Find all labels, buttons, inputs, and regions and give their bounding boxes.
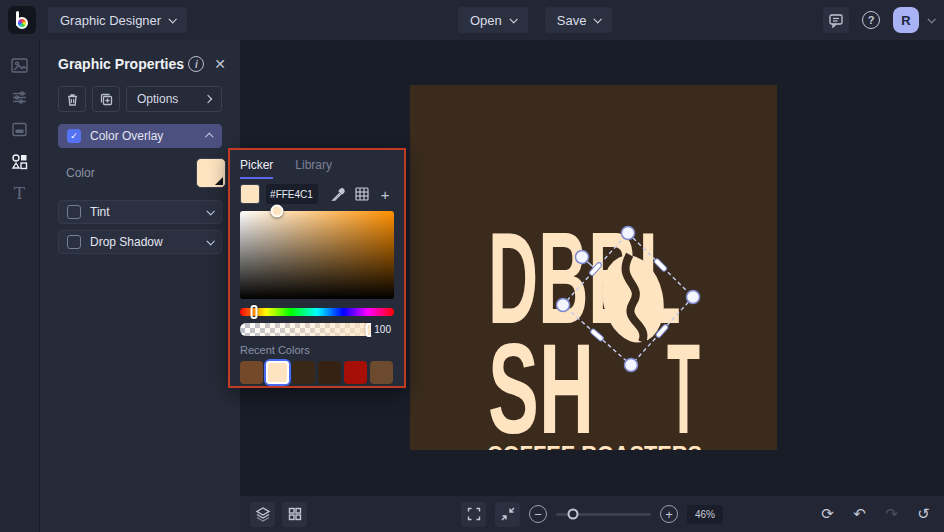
tint-row[interactable]: Tint (58, 200, 222, 224)
chevron-down-icon (169, 15, 177, 23)
sidebar-item-templates[interactable] (5, 116, 35, 142)
recent-colors-label: Recent Colors (240, 344, 394, 356)
canvas-text-line2-left[interactable]: SH (488, 317, 594, 450)
open-button[interactable]: Open (458, 7, 528, 33)
history-button[interactable]: ↺ (911, 502, 936, 527)
close-panel-button[interactable]: ✕ (214, 56, 226, 72)
app-menu-label: Graphic Designer (60, 13, 161, 28)
tab-library[interactable]: Library (295, 156, 332, 177)
eyedropper-icon (331, 187, 346, 202)
zoom-slider[interactable] (556, 513, 651, 516)
redo-button[interactable]: ↷ (879, 502, 904, 527)
recent-color-swatch[interactable] (370, 361, 393, 384)
design-canvas[interactable]: DBBL SH T COFFEE ROASTERS (410, 85, 777, 450)
shapes-icon (10, 152, 29, 171)
recent-color-swatch[interactable] (318, 361, 341, 384)
color-overlay-label: Color Overlay (90, 129, 207, 143)
trash-icon (65, 92, 80, 107)
chevron-down-icon (594, 15, 602, 23)
sync-icon: ⟳ (821, 505, 834, 523)
graphic-properties-panel: Graphic Properties i ✕ Options (40, 40, 240, 532)
color-label: Color (58, 166, 196, 180)
recent-color-swatch[interactable] (240, 361, 263, 384)
saturation-brightness-area[interactable] (240, 211, 394, 299)
user-avatar[interactable]: R (893, 7, 919, 33)
recent-color-swatch-selected[interactable] (266, 361, 289, 384)
color-swatch-button[interactable] (196, 158, 226, 188)
recent-color-swatch[interactable] (344, 361, 367, 384)
swatch-grid-icon (354, 186, 370, 202)
drop-shadow-row[interactable]: Drop Shadow (58, 230, 222, 254)
sidebar-item-images[interactable] (5, 52, 35, 78)
panel-title: Graphic Properties (58, 56, 188, 72)
saturation-handle[interactable] (270, 205, 283, 218)
zoom-slider-handle[interactable] (568, 509, 579, 520)
options-button[interactable]: Options (126, 86, 222, 112)
canvas-text-line2-right[interactable]: T (667, 317, 700, 450)
zoom-in-button[interactable]: + (660, 505, 678, 523)
redo-icon: ↷ (885, 505, 898, 523)
pages-button[interactable] (282, 502, 307, 527)
reset-button[interactable]: ⟳ (815, 502, 840, 527)
sidebar-item-edit[interactable] (5, 84, 35, 110)
sliders-icon (10, 88, 29, 107)
grid-icon (287, 506, 303, 522)
text-tool-icon: T (14, 183, 25, 203)
save-button[interactable]: Save (545, 7, 613, 33)
fit-screen-icon (500, 506, 516, 522)
color-setting-row: Color (58, 154, 226, 192)
duplicate-icon (99, 92, 114, 107)
app-logo[interactable] (8, 6, 36, 34)
layout-icon (10, 120, 29, 139)
rotation-handle (576, 251, 589, 264)
chat-icon (828, 12, 844, 28)
history-icon: ↺ (917, 505, 930, 523)
plus-icon: + (381, 186, 390, 203)
chevron-down-icon (509, 15, 517, 23)
tool-sidebar: T (0, 40, 40, 532)
opacity-value: 100 (371, 322, 394, 337)
sidebar-item-graphics[interactable] (5, 148, 35, 174)
help-button[interactable]: ? (858, 7, 884, 33)
info-icon[interactable]: i (188, 56, 204, 72)
eyedropper-button[interactable] (330, 185, 348, 203)
hue-slider-handle[interactable] (250, 305, 257, 319)
top-bar: Graphic Designer Open Save ? R (0, 0, 944, 40)
hue-slider[interactable] (240, 308, 394, 316)
tint-checkbox[interactable] (67, 205, 81, 219)
layers-button[interactable] (250, 502, 275, 527)
zoom-out-button[interactable]: − (529, 505, 547, 523)
chevron-down-icon (206, 237, 214, 245)
drop-shadow-label: Drop Shadow (90, 235, 207, 249)
layers-icon (255, 506, 271, 522)
chevron-down-icon (206, 207, 214, 215)
help-icon: ? (862, 11, 880, 29)
hex-color-input[interactable] (266, 184, 318, 204)
tab-picker[interactable]: Picker (240, 156, 273, 179)
color-overlay-row[interactable]: ✓ Color Overlay (58, 124, 222, 148)
app-menu-dropdown[interactable]: Graphic Designer (48, 7, 187, 33)
tint-label: Tint (90, 205, 207, 219)
duplicate-button[interactable] (92, 86, 120, 112)
bottom-bar: − + 46% ⟳ ↶ ↷ (240, 496, 944, 532)
canvas-text-line3[interactable]: COFFEE ROASTERS (487, 442, 702, 450)
color-grid-button[interactable] (353, 185, 371, 203)
recent-color-swatch[interactable] (292, 361, 315, 384)
opacity-slider[interactable]: 100 (240, 323, 394, 336)
zoom-level-value[interactable]: 46% (687, 505, 723, 524)
undo-icon: ↶ (853, 505, 866, 523)
feedback-button[interactable] (823, 7, 849, 33)
add-color-button[interactable]: + (377, 185, 395, 203)
current-color-swatch (240, 184, 260, 204)
fullscreen-button[interactable] (461, 502, 486, 527)
delete-button[interactable] (58, 86, 86, 112)
account-chevron-down-icon[interactable] (927, 15, 935, 23)
fullscreen-icon (466, 506, 482, 522)
minus-icon: − (534, 508, 542, 521)
undo-button[interactable]: ↶ (847, 502, 872, 527)
color-overlay-checkbox[interactable]: ✓ (67, 129, 81, 143)
fit-to-screen-button[interactable] (495, 502, 520, 527)
image-icon (10, 56, 29, 75)
sidebar-item-text[interactable]: T (5, 180, 35, 206)
drop-shadow-checkbox[interactable] (67, 235, 81, 249)
